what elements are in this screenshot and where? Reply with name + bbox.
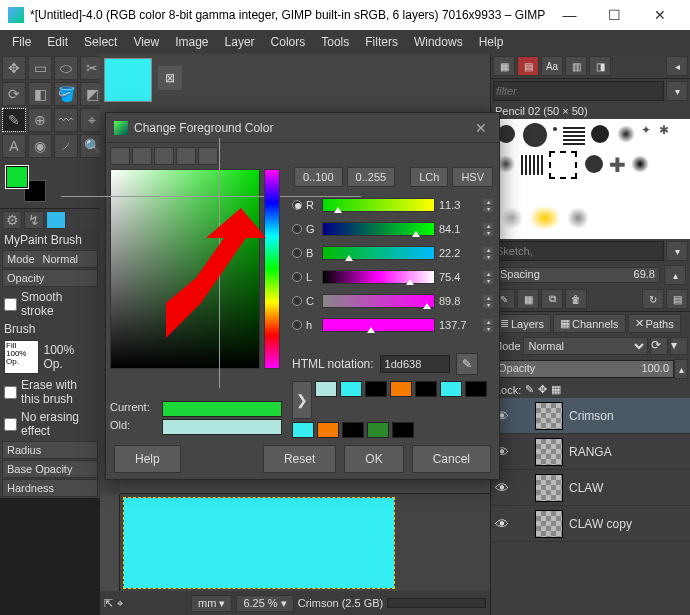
lock-alpha-icon[interactable]: ▦ (551, 383, 561, 396)
dialog-close-icon[interactable]: ✕ (471, 120, 491, 136)
paths-tab[interactable]: ✕Paths (628, 314, 681, 333)
menu-filters[interactable]: Filters (357, 33, 406, 51)
old-color-box[interactable] (162, 419, 282, 435)
spin-down[interactable]: ▾ (483, 254, 493, 260)
lock-pixels-icon[interactable]: ✎ (525, 383, 534, 396)
menu-view[interactable]: View (125, 33, 167, 51)
brush-dup-button[interactable]: ⧉ (541, 289, 563, 309)
fg-color-swatch[interactable] (6, 166, 28, 188)
layer-name[interactable]: CLAW copy (569, 517, 632, 531)
swatch-5[interactable] (440, 381, 462, 397)
maximize-button[interactable]: ☐ (592, 0, 637, 30)
picker-tab-3[interactable] (154, 147, 174, 165)
menu-help[interactable]: Help (471, 33, 512, 51)
channel-slider-G[interactable] (322, 222, 435, 236)
tag-button[interactable]: ▾ (666, 81, 688, 101)
layer-name[interactable]: Crimson (569, 409, 614, 423)
range-0-100-button[interactable]: 0..100 (294, 167, 343, 187)
status-anchor-icon[interactable]: ⇱ (104, 597, 113, 610)
color-crosshair[interactable] (211, 188, 229, 206)
tool-move[interactable]: ✥ (2, 56, 26, 80)
tool-clone[interactable]: ⊕ (28, 108, 52, 132)
blend-mode-row[interactable]: Mode Normal (2, 250, 98, 268)
help-button[interactable]: Help (114, 445, 181, 473)
fg-bg-colors[interactable] (6, 166, 46, 202)
menu-windows[interactable]: Windows (406, 33, 471, 51)
channel-slider-C[interactable] (322, 294, 435, 308)
visibility-icon[interactable]: 👁 (495, 480, 511, 496)
brush-del-button[interactable]: 🗑 (565, 289, 587, 309)
channel-radio-h[interactable] (292, 320, 302, 330)
eyedropper-icon[interactable]: ✎ (456, 353, 478, 375)
status-pos-icon[interactable]: ⌖ (117, 597, 123, 610)
swatch-9[interactable] (342, 422, 364, 438)
swatch-11[interactable] (392, 422, 414, 438)
erase-checkbox[interactable] (4, 386, 17, 399)
layer-opacity-row[interactable]: Opacity 100.0 ▴ (491, 357, 690, 381)
brush-new-button[interactable]: ▦ (517, 289, 539, 309)
brush-preset-thumb[interactable]: Fill100% Op. (4, 340, 39, 374)
spacing-slider[interactable]: Spacing 69.8 (495, 267, 660, 283)
spin-up[interactable]: ▴ (483, 247, 493, 253)
channel-slider-B[interactable] (322, 246, 435, 260)
layers-tab[interactable]: ≣Layers (493, 314, 551, 333)
channels-tab[interactable]: ▦Channels (553, 314, 625, 333)
tool-warp[interactable]: ◧ (28, 82, 52, 106)
spin-down[interactable]: ▾ (483, 302, 493, 308)
layer-thumb[interactable] (535, 474, 563, 502)
brush-open-button[interactable]: ▤ (666, 289, 688, 309)
visibility-icon[interactable]: 👁 (495, 516, 511, 532)
menu-select[interactable]: Select (76, 33, 125, 51)
layer-mode-btn2[interactable]: ▾ (670, 337, 688, 355)
picker-tab-4[interactable] (176, 147, 196, 165)
layer-thumb[interactable] (535, 402, 563, 430)
tooloptions-tab[interactable]: ⚙ (2, 211, 22, 229)
layer-thumb[interactable] (535, 438, 563, 466)
tool-bucket[interactable]: 🪣 (54, 82, 78, 106)
spacing-spin-up[interactable]: ▴ (664, 265, 686, 285)
layer-name[interactable]: RANGA (569, 445, 612, 459)
menu-image[interactable]: Image (167, 33, 216, 51)
spin-down[interactable]: ▾ (483, 326, 493, 332)
current-color-box[interactable] (162, 401, 282, 417)
swatch-6[interactable] (465, 381, 487, 397)
spin-up[interactable]: ▴ (483, 223, 493, 229)
channel-slider-L[interactable] (322, 270, 435, 284)
spin-up[interactable]: ▴ (483, 295, 493, 301)
channel-radio-G[interactable] (292, 224, 302, 234)
hue-strip[interactable] (264, 169, 280, 369)
dialog-titlebar[interactable]: Change Foreground Color ✕ (106, 113, 499, 143)
fonts-tab-icon[interactable]: Aa (541, 56, 563, 76)
brushes-tab-icon[interactable]: ▦ (493, 56, 515, 76)
tool-smudge[interactable]: 〰 (54, 108, 78, 132)
color-tab[interactable] (46, 211, 66, 229)
reset-button[interactable]: Reset (263, 445, 336, 473)
spacing-slider-row[interactable]: Spacing 69.8 ▴ (491, 263, 690, 287)
channel-slider-R[interactable] (322, 198, 435, 212)
menu-layer[interactable]: Layer (217, 33, 263, 51)
ok-button[interactable]: OK (344, 445, 403, 473)
unit-dropdown[interactable]: mm ▾ (191, 595, 232, 612)
html-notation-input[interactable] (380, 355, 450, 373)
channel-radio-R[interactable] (292, 200, 302, 210)
menu-colors[interactable]: Colors (263, 33, 314, 51)
range-0-255-button[interactable]: 0..255 (347, 167, 396, 187)
tool-free-select[interactable]: ⬭ (54, 56, 78, 80)
swatch-1[interactable] (340, 381, 362, 397)
channel-radio-L[interactable] (292, 272, 302, 282)
tool-color-picker[interactable]: ◉ (28, 134, 52, 158)
lock-position-icon[interactable]: ✥ (538, 383, 547, 396)
tool-rect-select[interactable]: ▭ (28, 56, 52, 80)
layer-thumb[interactable] (535, 510, 563, 538)
swatch-7[interactable] (292, 422, 314, 438)
base-opacity-slider[interactable]: Base Opacity (2, 460, 98, 478)
layer-item[interactable]: 👁 RANGA (491, 434, 690, 470)
no-erasing-row[interactable]: No erasing effect (0, 408, 100, 440)
gradients-tab-icon[interactable]: ◨ (589, 56, 611, 76)
menu-edit[interactable]: Edit (39, 33, 76, 51)
model-lch-button[interactable]: LCh (410, 167, 448, 187)
preset-tag-button[interactable]: ▾ (666, 241, 688, 261)
swatch-2[interactable] (365, 381, 387, 397)
menu-file[interactable]: File (4, 33, 39, 51)
layer-opacity-spin[interactable]: ▴ (674, 359, 688, 379)
